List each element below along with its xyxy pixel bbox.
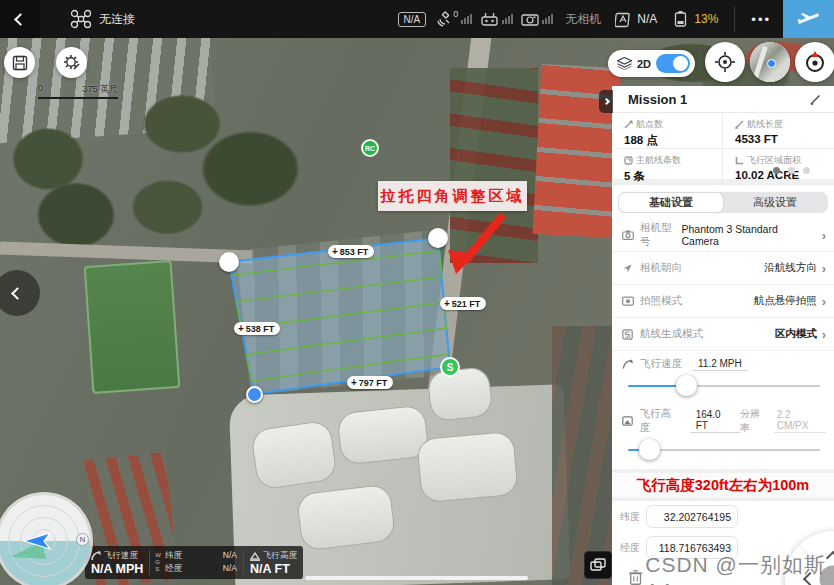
mission-settings-button[interactable] (56, 47, 87, 78)
polygon-corner-handle-topleft[interactable] (219, 252, 239, 272)
locate-me-button[interactable] (705, 42, 745, 82)
setting-value: 区内模式 (775, 327, 817, 341)
map-building (417, 432, 517, 502)
tab-advanced-settings[interactable]: 高级设置 (723, 193, 827, 212)
rc-signal-bars (502, 14, 513, 24)
save-icon (12, 55, 28, 71)
speed-label: 飞行速度 (104, 550, 138, 562)
flight-mode-badge: N/A (398, 12, 427, 27)
polygon-start-handle[interactable]: S (440, 357, 460, 377)
toggle-2d-switch[interactable] (656, 54, 690, 73)
gear-edit-icon (63, 54, 81, 72)
drone-icon (70, 9, 92, 29)
screenshot-button[interactable] (584, 551, 612, 579)
area-icon (735, 156, 744, 165)
edge-length-value: 797 FT (359, 378, 388, 388)
polygon-corner-handle-bottomleft[interactable] (246, 386, 263, 403)
chevron-left-icon (11, 287, 24, 300)
map-building (297, 485, 395, 551)
edge-length-badge-left[interactable]: + 538 FT (234, 322, 280, 335)
altitude-slider-knob[interactable] (639, 439, 660, 460)
nudge-center-button[interactable] (820, 566, 834, 585)
gps-signal-bars (461, 14, 472, 24)
map-trees (0, 110, 132, 250)
aircraft-connection: 无连接 (70, 9, 135, 29)
lon-value: N/A (223, 563, 237, 575)
photo-mode-icon (622, 296, 634, 306)
stat-waypoints: 航点数 188 点 (612, 113, 723, 149)
altitude-slider-value[interactable]: 164.0 FT (690, 409, 740, 433)
app-screen: S + 853 FT + 521 FT + 538 FT + 797 FT RC… (0, 0, 834, 585)
nudge-up-button[interactable] (826, 551, 834, 565)
mission-stats: 航点数 188 点 航线长度 4533 FT 主航线条数 5 条 (612, 113, 834, 185)
map-building (251, 421, 336, 489)
map-red-roofs (450, 68, 538, 263)
map-trees (128, 76, 308, 236)
speed-slider-value[interactable]: 11.2 MPH (692, 358, 748, 371)
edit-pencil-icon[interactable] (809, 93, 822, 106)
setting-value: 航点悬停拍照 (754, 294, 817, 308)
wgs-label: W G S (150, 546, 161, 579)
chevron-right-icon: › (822, 228, 826, 243)
toggle-knob (673, 56, 688, 71)
divider (734, 6, 735, 32)
altitude-slider[interactable] (628, 437, 820, 463)
status-indicators: N/A 0 无相机 (398, 0, 834, 38)
setting-label: 相机朝向 (640, 261, 682, 275)
back-button[interactable] (0, 0, 40, 38)
setting-camera-heading[interactable]: 相机朝向 沿航线方向 › (612, 252, 834, 285)
status-bar: 无连接 N/A 0 (0, 0, 834, 38)
home-indicator (305, 576, 528, 580)
resolution-label: 分辨率 (740, 407, 769, 435)
drag-cross-icon: + (238, 323, 244, 334)
drag-cross-icon: + (444, 298, 450, 309)
tab-basic-settings[interactable]: 基础设置 (619, 193, 723, 212)
gps-satellite-icon (436, 11, 453, 28)
camera-status-icon (521, 12, 539, 26)
longitude-input[interactable]: 118.716763493 (646, 536, 738, 559)
setting-photo-mode[interactable]: 拍照模式 航点悬停拍照 › (612, 285, 834, 318)
longitude-label: 经度 (620, 541, 646, 555)
battery-percentage: 13% (694, 12, 718, 26)
resolution-value: 2.2 CM/PX (774, 409, 826, 433)
map-industrial (552, 326, 616, 585)
telemetry-speed: 飞行速度 N/A MPH (85, 546, 149, 579)
compass-reset-button[interactable] (795, 42, 834, 82)
airplane-takeoff-icon (797, 7, 821, 31)
speed-slider-knob[interactable] (676, 375, 697, 396)
chevron-right-icon: › (822, 261, 826, 276)
save-mission-button[interactable] (4, 47, 35, 78)
altitude-label: 飞行高度 (263, 550, 297, 562)
speed-slider-row: 飞行速度 11.2 MPH (612, 351, 834, 401)
chevron-right-icon: › (822, 327, 826, 342)
edge-length-badge-right[interactable]: + 521 FT (440, 297, 486, 310)
stat-value: 188 点 (624, 133, 722, 148)
altitude-slider-row: 飞行高度 164.0 FT 分辨率 2.2 CM/PX (612, 401, 834, 465)
stats-page-dots[interactable] (773, 167, 810, 174)
map-2d-toggle[interactable]: 2D (608, 50, 695, 77)
mission-panel: Mission 1 航点数 188 点 航线长度 4533 FT (612, 86, 834, 585)
nudge-left-button[interactable] (803, 572, 817, 585)
map-style-button[interactable] (750, 42, 790, 82)
rc-location-marker: RC (361, 139, 379, 157)
speed-slider[interactable] (628, 373, 820, 399)
telemetry-altitude: 飞行高度 N/A FT (244, 546, 303, 579)
polygon-corner-handle-topright[interactable] (428, 228, 448, 248)
setting-label: 相机型号 (640, 221, 682, 249)
edge-length-badge-top[interactable]: + 853 FT (328, 245, 374, 258)
stat-label: 航线长度 (747, 118, 783, 131)
lat-label: 纬度 (165, 550, 182, 562)
stat-main-lines: 主航线条数 5 条 (612, 149, 723, 185)
panel-collapse-flap[interactable] (599, 90, 613, 113)
connection-status-text: 无连接 (99, 11, 135, 28)
chevron-left-icon (14, 13, 27, 26)
setting-route-mode[interactable]: 航线生成模式 区内模式 › (612, 318, 834, 351)
setting-label: 拍照模式 (640, 294, 682, 308)
setting-camera-model[interactable]: 相机型号 Phantom 3 Standard Camera › (612, 219, 834, 252)
stat-value: 4533 FT (735, 133, 834, 145)
compass-icon (803, 50, 827, 74)
latitude-input[interactable]: 32.202764195 (646, 505, 738, 528)
takeoff-button[interactable] (783, 0, 834, 38)
more-options-button[interactable]: ••• (739, 12, 783, 27)
edge-length-badge-bottom[interactable]: + 797 FT (347, 376, 393, 389)
